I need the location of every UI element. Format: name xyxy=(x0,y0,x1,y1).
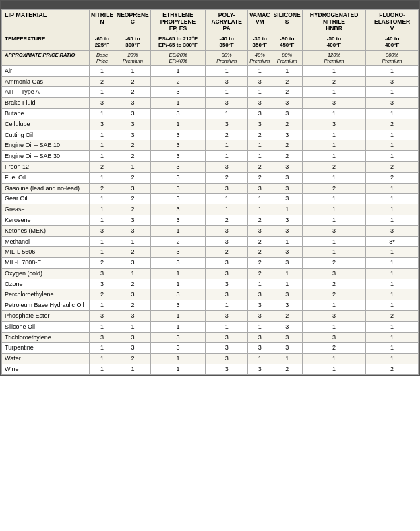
rating-cell: 3 xyxy=(272,332,302,343)
fluid-name: Fuel Oil xyxy=(2,172,90,183)
table-row: Gasoline (lead and no-lead)23333321 xyxy=(2,183,419,194)
rating-cell: 1 xyxy=(366,279,419,289)
rating-cell: 1 xyxy=(366,130,419,140)
rating-cell: 3 xyxy=(248,98,272,109)
rating-cell: 2 xyxy=(366,172,419,183)
fluid-name: Air xyxy=(2,65,90,76)
col-neoprene: NEOPRENEC xyxy=(115,10,151,34)
rating-cell: 3 xyxy=(248,343,272,354)
rating-cell: 1 xyxy=(366,289,419,300)
rating-cell: 3 xyxy=(115,98,151,109)
rating-cell: 1 xyxy=(366,204,419,215)
rating-cell: 2 xyxy=(248,172,272,183)
rating-cell: 2 xyxy=(115,172,151,183)
rating-cell: 1 xyxy=(272,236,302,247)
rating-cell: 3 xyxy=(150,194,205,204)
rating-cell: 3 xyxy=(90,268,115,279)
price-nitrile: BasePrice xyxy=(90,50,115,65)
price-polyacrylate: 30%Premium xyxy=(206,50,248,65)
rating-cell: 2 xyxy=(90,183,115,194)
rating-cell: 3 xyxy=(150,130,205,140)
rating-cell: 1 xyxy=(206,204,248,215)
rating-cell: 2 xyxy=(366,311,419,322)
rating-cell: 3 xyxy=(302,332,365,343)
fluid-name: Engine Oil – SAE 30 xyxy=(2,151,90,162)
rating-cell: 1 xyxy=(302,215,365,225)
rating-cell: 1 xyxy=(90,364,115,375)
rating-cell: 1 xyxy=(206,300,248,311)
table-row: Methanol11232113* xyxy=(2,236,419,247)
rating-cell: 2 xyxy=(302,279,365,289)
table-row: Gear Oil12311311 xyxy=(2,194,419,204)
rating-cell: 1 xyxy=(248,65,272,76)
rating-cell: 3 xyxy=(248,108,272,119)
rating-cell: 3 xyxy=(206,119,248,130)
rating-cell: 3 xyxy=(115,343,151,354)
rating-cell: 3 xyxy=(150,151,205,162)
rating-cell: 3 xyxy=(90,98,115,109)
rating-cell: 1 xyxy=(90,65,115,76)
rating-cell: 1 xyxy=(302,172,365,183)
rating-cell: 2 xyxy=(302,258,365,269)
rating-cell: 2 xyxy=(302,343,365,354)
rating-cell: 3 xyxy=(302,98,365,109)
rating-cell: 1 xyxy=(366,65,419,76)
rating-cell: 3 xyxy=(115,289,151,300)
rating-cell: 1 xyxy=(302,204,365,215)
rating-cell: 3 xyxy=(150,247,205,258)
table-row: Freon 1221332322 xyxy=(2,161,419,172)
rating-cell: 1 xyxy=(366,321,419,332)
rating-cell: 2 xyxy=(366,119,419,130)
rating-cell: 1 xyxy=(90,204,115,215)
rating-cell: 1 xyxy=(90,300,115,311)
rating-cell: 1 xyxy=(90,247,115,258)
fluid-name: MIL-L 7808-E xyxy=(2,258,90,269)
temp-silicone: -80 to450°F xyxy=(272,34,302,50)
rating-cell: 3 xyxy=(272,215,302,225)
rating-cell: 1 xyxy=(206,151,248,162)
rating-cell: 1 xyxy=(150,65,205,76)
rating-cell: 1 xyxy=(90,236,115,247)
price-hydrogenated: 120%Premium xyxy=(302,50,365,65)
rating-cell: 3 xyxy=(150,289,205,300)
rating-cell: 3 xyxy=(272,161,302,172)
fluid-name: Gasoline (lead and no-lead) xyxy=(2,183,90,194)
rating-cell: 3 xyxy=(150,172,205,183)
rating-cell: 1 xyxy=(90,215,115,225)
rating-cell: 3 xyxy=(272,108,302,119)
rating-cell: 1 xyxy=(90,172,115,183)
col-fluoro: FLUORO-ELASTOMERV xyxy=(366,10,419,34)
temp-polyacrylate: -40 to350°F xyxy=(206,34,248,50)
rating-cell: 1 xyxy=(366,194,419,204)
rating-cell: 1 xyxy=(206,321,248,332)
rating-cell: 1 xyxy=(90,321,115,332)
rating-cell: 2 xyxy=(115,354,151,364)
rating-cell: 1 xyxy=(115,161,151,172)
rating-cell: 3 xyxy=(272,343,302,354)
rating-cell: 3 xyxy=(150,332,205,343)
rating-cell: 2 xyxy=(272,140,302,151)
table-row: Air11111111 xyxy=(2,65,419,76)
rating-cell: 3 xyxy=(272,130,302,140)
rating-cell: 1 xyxy=(150,225,205,236)
rating-cell: 1 xyxy=(150,119,205,130)
fluid-name: Butane xyxy=(2,108,90,119)
table-row: Brake Fluid33133333 xyxy=(2,98,419,109)
table-row: Engine Oil – SAE 3012311211 xyxy=(2,151,419,162)
rating-cell: 2 xyxy=(272,311,302,322)
rating-cell: 1 xyxy=(115,321,151,332)
rating-cell: 1 xyxy=(90,354,115,364)
rating-cell: 3 xyxy=(150,140,205,151)
chart-container: LIP MATERIAL NITRILEN NEOPRENEC ETHYLENE… xyxy=(0,0,420,376)
rating-cell: 2 xyxy=(272,76,302,87)
price-ethylene: ES/20%EP/40% xyxy=(150,50,205,65)
table-row: Perchloroethylene23333321 xyxy=(2,289,419,300)
rating-cell: 1 xyxy=(302,247,365,258)
rating-cell: 1 xyxy=(272,65,302,76)
rating-cell: 1 xyxy=(272,204,302,215)
rating-cell: 3 xyxy=(248,311,272,322)
rating-cell: 2 xyxy=(206,215,248,225)
temperature-label: TEMPERATURE xyxy=(2,34,90,50)
rating-cell: 2 xyxy=(248,247,272,258)
rating-cell: 1 xyxy=(206,194,248,204)
